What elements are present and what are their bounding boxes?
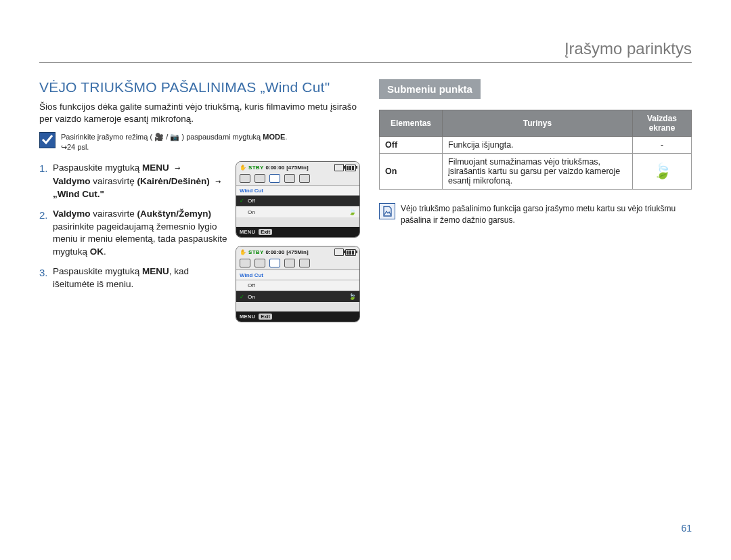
menu-tab-icon-selected bbox=[269, 174, 280, 183]
cell-element: On bbox=[380, 154, 443, 190]
hand-icon: ✋ bbox=[240, 249, 246, 255]
card-icon bbox=[334, 249, 344, 256]
battery-icon bbox=[345, 165, 356, 171]
wind-cut-icon: 🍃 bbox=[653, 163, 671, 179]
section-title: Įrašymo parinktys bbox=[564, 39, 692, 58]
menu-tab-icon bbox=[240, 174, 250, 183]
th-element: Elementas bbox=[380, 110, 443, 137]
menu-row-on-selected: ✓ On 🍃 bbox=[236, 290, 359, 302]
step-1: 1. Paspauskite mygtuką MENU → Valdymo va… bbox=[39, 161, 229, 201]
card-icon bbox=[334, 164, 344, 171]
submenu-table: Elementas Turinys Vaizdas ekrane Off Fun… bbox=[379, 110, 692, 190]
wind-icon: 🍃 bbox=[349, 293, 356, 300]
table-row: On Filmuojant sumažinamas vėjo triukšmas… bbox=[380, 154, 692, 190]
submenu-heading: Submeniu punkta bbox=[379, 79, 481, 99]
cell-content: Filmuojant sumažinamas vėjo triukšmas, į… bbox=[443, 154, 633, 190]
menu-tab-icon bbox=[240, 259, 250, 267]
cell-display: - bbox=[633, 137, 692, 154]
note-text: Vėjo triukšmo pašalinimo funkcija garso … bbox=[401, 203, 692, 226]
table-row: Off Funkcija išjungta. - bbox=[380, 137, 692, 154]
menu-row-on: On 🍃 bbox=[236, 206, 359, 217]
menu-tab-icon bbox=[299, 174, 310, 183]
menu-button-label: MENU bbox=[240, 229, 255, 235]
menu-row-off-selected: ✓ Off bbox=[236, 195, 359, 206]
menu-tab-icon bbox=[254, 259, 265, 267]
menu-tab-icon bbox=[284, 174, 295, 183]
precheck-block: Pasirinkite įrašymo režimą ( 🎥 / 📷 ) pas… bbox=[39, 132, 360, 152]
precheck-text: Pasirinkite įrašymo režimą ( 🎥 / 📷 ) pas… bbox=[61, 132, 287, 152]
battery-icon bbox=[345, 249, 356, 256]
camera-screenshots: ✋ STBY 0:00:00 [475Min] bbox=[236, 161, 360, 330]
step-2: 2. Valdymo vairasvirte (Aukštyn/Žemyn) p… bbox=[39, 208, 229, 259]
camera-screen-1: ✋ STBY 0:00:00 [475Min] bbox=[236, 161, 360, 238]
menu-tab-icon-selected bbox=[269, 259, 280, 267]
steps: 1. Paspauskite mygtuką MENU → Valdymo va… bbox=[39, 161, 229, 330]
wind-icon: 🍃 bbox=[349, 209, 356, 215]
menu-tab-icon bbox=[284, 259, 295, 267]
exit-button-label: Exit bbox=[259, 229, 272, 235]
th-content: Turinys bbox=[443, 110, 633, 137]
page-title: VĖJO TRIUKŠMO PAŠALINIMAS „Wind Cut" bbox=[39, 79, 360, 95]
note-block: Vėjo triukšmo pašalinimo funkcija garso … bbox=[379, 203, 692, 226]
menu-row-off: Off bbox=[236, 280, 359, 290]
stby-label: STBY bbox=[248, 165, 264, 171]
right-column: Submeniu punkta Elementas Turinys Vaizda… bbox=[379, 79, 692, 330]
page-number: 61 bbox=[681, 523, 692, 534]
cell-content: Funkcija išjungta. bbox=[443, 137, 633, 154]
cell-display: 🍃 bbox=[633, 154, 692, 190]
intro-text: Šios funkcijos dėka galite sumažinti vėj… bbox=[39, 101, 360, 125]
note-icon bbox=[379, 203, 395, 219]
remaining: [475Min] bbox=[286, 165, 308, 171]
timecode: 0:00:00 bbox=[266, 165, 285, 171]
precheck-icon bbox=[39, 132, 56, 148]
left-column: VĖJO TRIUKŠMO PAŠALINIMAS „Wind Cut" Šio… bbox=[39, 79, 360, 330]
video-mode-icon: 🎥 bbox=[154, 133, 164, 141]
menu-tab-icon bbox=[254, 174, 265, 183]
check-icon: ✓ bbox=[240, 198, 246, 204]
check-icon: ✓ bbox=[240, 294, 246, 300]
cell-element: Off bbox=[380, 137, 443, 154]
page-header: Įrašymo parinktys bbox=[39, 39, 692, 63]
menu-title: Wind Cut bbox=[236, 186, 359, 195]
step-3: 3. Paspauskite mygtuką MENU, kad išeitum… bbox=[39, 265, 229, 291]
th-display: Vaizdas ekrane bbox=[633, 110, 692, 137]
hand-icon: ✋ bbox=[240, 165, 246, 171]
camera-screen-2: ✋ STBY 0:00:00 [475Min] bbox=[236, 246, 360, 322]
photo-mode-icon: 📷 bbox=[170, 133, 179, 141]
menu-tab-icon bbox=[299, 259, 310, 267]
